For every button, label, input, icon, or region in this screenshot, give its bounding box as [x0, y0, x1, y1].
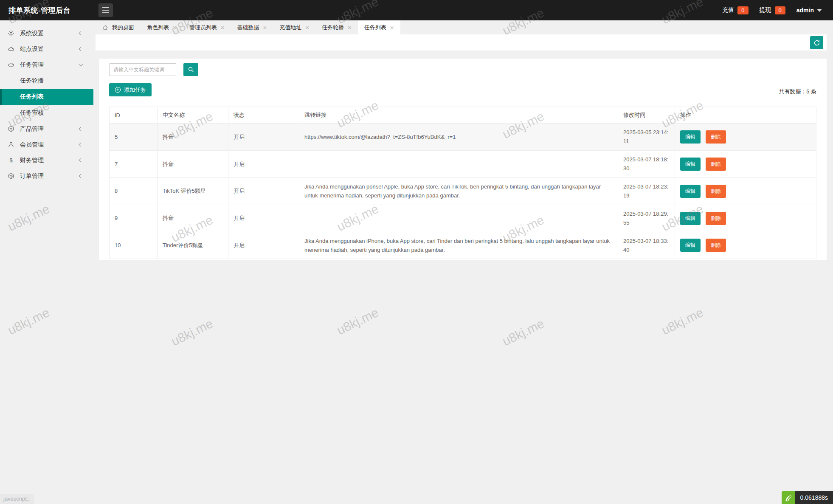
delete-button[interactable]: 删除 [706, 185, 726, 198]
cell-link [299, 205, 618, 232]
withdraw-count-badge: 0 [775, 6, 785, 14]
close-icon[interactable]: × [348, 24, 352, 31]
action-row: 添加任务 共有数据：5 条 [109, 83, 816, 96]
sidebar-item-system-settings[interactable]: 系统设置 [0, 25, 93, 41]
cell-link: https://www.tiktok.com/@lazadath?_t=ZS-8… [299, 124, 618, 151]
cell-time: 2025-03-07 18:33:40 [618, 232, 675, 259]
add-task-label: 添加任务 [124, 86, 146, 94]
cell-id: 10 [110, 232, 158, 259]
toolbar-strip [96, 34, 827, 51]
search-button[interactable] [183, 63, 198, 76]
cell-ops: 编辑删除 [675, 150, 816, 177]
cell-status: 开启 [228, 232, 299, 259]
user-icon [8, 141, 14, 149]
recharge-label: 充值 [722, 6, 734, 14]
cell-time: 2025-03-07 18:23:19 [618, 177, 675, 205]
table-header-row: ID 中文名称 状态 跳转链接 修改时间 操作 [110, 107, 816, 124]
delete-button[interactable]: 删除 [706, 130, 726, 144]
cell-name: 抖音 [158, 124, 228, 151]
hamburger-icon[interactable] [98, 3, 113, 17]
tab-label: 我的桌面 [112, 24, 134, 31]
close-icon[interactable]: × [173, 24, 177, 31]
tab-my-desktop[interactable]: 我的桌面 [96, 20, 141, 34]
edit-button[interactable]: 编辑 [680, 239, 701, 252]
user-menu[interactable]: admin [796, 7, 822, 14]
sidebar-item-product-management[interactable]: 产品管理 [0, 121, 93, 137]
header-ops: 操作 [675, 107, 816, 124]
edit-button[interactable]: 编辑 [680, 185, 701, 198]
edit-button[interactable]: 编辑 [680, 130, 701, 144]
tab-admin-list[interactable]: 管理员列表 × [183, 20, 231, 34]
main-region: 我的桌面 角色列表 × 管理员列表 × 基础数据 × 充值地址 × 任务轮播 ×… [93, 20, 833, 504]
cell-status: 开启 [228, 124, 299, 151]
cell-name: 抖音 [158, 205, 228, 232]
tab-task-carousel[interactable]: 任务轮播 × [315, 20, 358, 34]
withdraw-label: 提现 [760, 6, 771, 14]
cell-name: TikToK 评价5颗星 [158, 177, 228, 205]
refresh-button[interactable] [810, 36, 823, 49]
cell-ops: 编辑删除 [675, 177, 816, 205]
task-table: ID 中文名称 状态 跳转链接 修改时间 操作 5 抖音 开启 https://… [109, 107, 816, 259]
sidebar-item-order-management[interactable]: 订单管理 [0, 168, 93, 184]
sidebar-item-member-management[interactable]: 会员管理 [0, 137, 93, 152]
trace-bar[interactable]: 0.061888s [782, 491, 833, 504]
home-icon [102, 25, 108, 31]
cell-name: 抖音 [158, 150, 228, 177]
edit-button[interactable]: 编辑 [680, 158, 701, 171]
close-icon[interactable]: × [305, 24, 309, 31]
tab-task-list[interactable]: 任务列表 × [358, 20, 400, 34]
thinkphp-leaf-icon [782, 491, 795, 504]
cell-time: 2025-03-07 18:29:55 [618, 205, 675, 232]
table-row: 7 抖音 开启 2025-03-07 18:18:30 编辑删除 [110, 150, 816, 177]
sidebar-item-finance-management[interactable]: $ 财务管理 [0, 152, 93, 168]
table-row: 10 Tinder评价5颗星 开启 Jika Anda menggunakan … [110, 232, 816, 259]
withdraw-link[interactable]: 提现 0 [760, 6, 785, 14]
header-name: 中文名称 [158, 107, 228, 124]
delete-button[interactable]: 删除 [706, 212, 726, 225]
tab-recharge-address[interactable]: 充值地址 × [273, 20, 315, 34]
table-row: 5 抖音 开启 https://www.tiktok.com/@lazadath… [110, 124, 816, 151]
cell-id: 7 [110, 150, 158, 177]
tab-label: 充值地址 [279, 24, 301, 31]
cube-icon [8, 125, 14, 133]
edit-button[interactable]: 编辑 [680, 212, 701, 225]
header-id: ID [110, 107, 158, 124]
sidebar-item-task-list[interactable]: 任务列表 [0, 89, 93, 105]
tab-base-data[interactable]: 基础数据 × [231, 20, 273, 34]
header-status: 状态 [228, 107, 299, 124]
cell-ops: 编辑删除 [675, 124, 816, 151]
sidebar-item-task-management[interactable]: 任务管理 [0, 57, 93, 73]
cell-status: 开启 [228, 150, 299, 177]
sidebar-item-task-audit[interactable]: 任务审核 [0, 105, 93, 121]
recharge-count-badge: 0 [737, 6, 748, 14]
cell-time: 2025-03-05 23:14:11 [618, 124, 675, 151]
delete-button[interactable]: 删除 [706, 239, 726, 252]
plus-circle-icon [115, 87, 121, 93]
cell-link: Jika Anda menggunakan ponsel Apple, buka… [299, 177, 618, 205]
recharge-link[interactable]: 充值 0 [722, 6, 748, 14]
chevron-down-icon [817, 9, 822, 12]
delete-button[interactable]: 删除 [706, 158, 726, 171]
tab-label: 基础数据 [237, 24, 259, 31]
username: admin [796, 7, 814, 14]
close-icon[interactable]: × [221, 24, 225, 31]
cell-id: 9 [110, 205, 158, 232]
cell-id: 5 [110, 124, 158, 151]
tab-role-list[interactable]: 角色列表 × [141, 20, 183, 34]
cell-ops: 编辑删除 [675, 232, 816, 259]
cell-status: 开启 [228, 177, 299, 205]
search-row [109, 63, 816, 76]
table-row: 8 TikToK 评价5颗星 开启 Jika Anda menggunakan … [110, 177, 816, 205]
add-task-button[interactable]: 添加任务 [109, 83, 152, 96]
search-input[interactable] [109, 63, 176, 76]
sidebar-item-label: 任务审核 [20, 109, 44, 117]
close-icon[interactable]: × [390, 24, 394, 31]
topbar: 排单系统-管理后台 充值 0 提现 0 admin [0, 0, 833, 20]
dollar-icon: $ [8, 157, 14, 164]
sidebar-item-task-carousel[interactable]: 任务轮播 [0, 73, 93, 89]
close-icon[interactable]: × [263, 24, 267, 31]
cell-link: Jika Anda menggunakan iPhone, buka App s… [299, 232, 618, 259]
header-link: 跳转链接 [299, 107, 618, 124]
record-count: 共有数据：5 条 [779, 88, 816, 96]
sidebar-item-site-settings[interactable]: 站点设置 [0, 41, 93, 57]
